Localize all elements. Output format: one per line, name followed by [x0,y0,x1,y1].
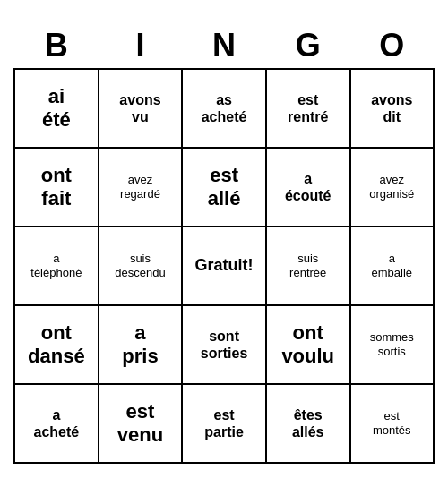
bingo-row-0: aiétéavonsvuasachetéestrentréavonsdit [14,69,434,148]
bingo-cell-3-2: sontsorties [182,305,266,384]
bingo-card: BINGO aiétéavonsvuasachetéestrentréavons… [13,23,435,464]
bingo-cell-1-3: aécouté [266,148,350,226]
bingo-row-2: atéléphonésuisdescenduGratuit!suisrentré… [14,226,434,305]
bingo-cell-0-3: estrentré [266,69,350,148]
bingo-row-3: ontdanséaprissontsortiesontvoulusommesso… [14,305,434,384]
header-letter-b: B [14,23,99,69]
bingo-header: BINGO [14,23,434,69]
bingo-cell-0-2: asacheté [182,69,266,148]
bingo-cell-2-3: suisrentrée [266,226,350,305]
bingo-cell-3-4: sommessortis [350,305,434,384]
bingo-cell-4-0: aacheté [14,384,99,463]
bingo-row-4: aachetéestvenuestpartieêtesallésestmonté… [14,384,434,463]
bingo-cell-1-1: avezregardé [99,148,183,226]
header-letter-o: O [350,23,434,69]
header-letter-i: I [99,23,183,69]
bingo-cell-4-4: estmontés [350,384,434,463]
header-letter-n: N [182,23,266,69]
bingo-cell-2-2: Gratuit! [182,226,266,305]
bingo-cell-1-4: avezorganisé [350,148,434,226]
bingo-cell-4-3: êtesallés [266,384,350,463]
bingo-cell-3-3: ontvoulu [266,305,350,384]
bingo-cell-0-0: aiété [14,69,99,148]
bingo-cell-1-0: ontfait [14,148,99,226]
bingo-cell-0-4: avonsdit [350,69,434,148]
bingo-row-1: ontfaitavezregardéestalléaécoutéavezorga… [14,148,434,226]
bingo-cell-3-1: apris [99,305,183,384]
bingo-cell-2-0: atéléphoné [14,226,99,305]
bingo-cell-1-2: estallé [182,148,266,226]
bingo-cell-4-1: estvenu [99,384,183,463]
header-letter-g: G [266,23,350,69]
bingo-cell-0-1: avonsvu [99,69,183,148]
bingo-cell-2-4: aemballé [350,226,434,305]
bingo-cell-2-1: suisdescendu [99,226,183,305]
bingo-cell-4-2: estpartie [182,384,266,463]
bingo-cell-3-0: ontdansé [14,305,99,384]
